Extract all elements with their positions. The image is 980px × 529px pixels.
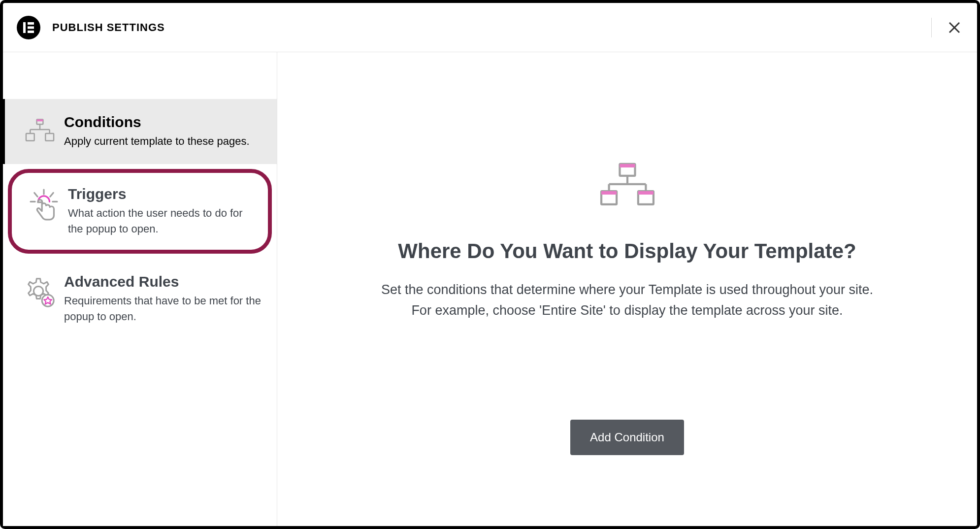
close-button[interactable] xyxy=(946,21,963,34)
sidebar-item-title: Triggers xyxy=(68,186,256,202)
main-panel: Where Do You Want to Display Your Templa… xyxy=(277,52,977,526)
svg-rect-3 xyxy=(28,31,34,33)
svg-rect-12 xyxy=(26,133,34,141)
main-description: Set the conditions that determine where … xyxy=(332,280,923,321)
advanced-rules-icon xyxy=(23,273,57,309)
sidebar: Conditions Apply current template to the… xyxy=(3,52,277,526)
sidebar-item-title: Advanced Rules xyxy=(64,273,262,290)
svg-rect-7 xyxy=(37,119,43,121)
sidebar-item-text: Advanced Rules Requirements that have to… xyxy=(57,273,262,325)
modal-header: PUBLISH SETTINGS xyxy=(3,3,977,52)
sidebar-item-advanced-rules[interactable]: Advanced Rules Requirements that have to… xyxy=(3,259,277,339)
add-condition-button[interactable]: Add Condition xyxy=(570,420,684,455)
hero-sitemap-icon xyxy=(598,161,657,210)
main-description-line1: Set the conditions that determine where … xyxy=(381,282,873,297)
sidebar-item-description: Apply current template to these pages. xyxy=(64,133,262,149)
svg-line-16 xyxy=(50,193,53,197)
main-heading: Where Do You Want to Display Your Templa… xyxy=(307,239,947,263)
svg-rect-30 xyxy=(638,191,653,195)
sidebar-item-description: What action the user needs to do for the… xyxy=(68,205,256,237)
svg-rect-22 xyxy=(620,164,635,167)
header-divider xyxy=(931,18,932,37)
modal-body: Conditions Apply current template to the… xyxy=(3,52,977,526)
svg-line-15 xyxy=(34,193,37,197)
main-description-line2: For example, choose 'Entire Site' to dis… xyxy=(411,303,843,318)
svg-point-20 xyxy=(42,295,54,306)
svg-rect-28 xyxy=(601,191,617,195)
header-actions xyxy=(931,3,963,52)
modal-window: PUBLISH SETTINGS xyxy=(0,0,980,529)
sidebar-item-conditions[interactable]: Conditions Apply current template to the… xyxy=(3,99,277,164)
sidebar-item-title: Conditions xyxy=(64,114,262,131)
close-icon xyxy=(947,21,961,34)
sidebar-item-text: Triggers What action the user needs to d… xyxy=(61,186,256,237)
sidebar-item-triggers[interactable]: Triggers What action the user needs to d… xyxy=(8,169,272,254)
svg-rect-13 xyxy=(45,133,54,141)
elementor-logo xyxy=(17,16,40,39)
svg-rect-1 xyxy=(28,22,34,25)
sidebar-item-text: Conditions Apply current template to the… xyxy=(57,114,262,149)
svg-rect-2 xyxy=(28,26,34,29)
triggers-icon xyxy=(27,186,61,224)
conditions-icon xyxy=(23,114,57,145)
svg-rect-0 xyxy=(23,22,26,33)
sidebar-item-description: Requirements that have to be met for the… xyxy=(64,293,262,325)
modal-title: PUBLISH SETTINGS xyxy=(52,21,165,34)
